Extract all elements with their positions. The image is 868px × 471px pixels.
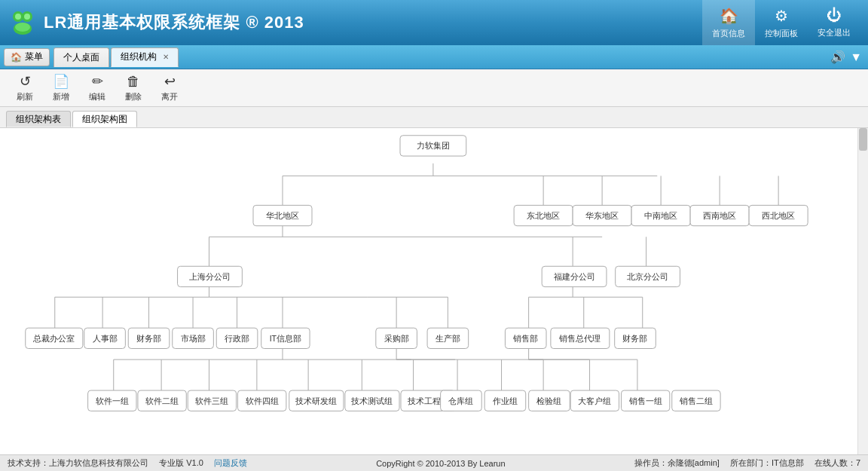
node-jishu-cs[interactable]: 技术测试组 bbox=[345, 390, 399, 411]
menu-button[interactable]: 🏠 菜单 bbox=[4, 48, 50, 66]
tab-personal-label: 个人桌面 bbox=[63, 51, 99, 64]
app-logo: LR通用基本权限系统框架 ® 2013 bbox=[8, 8, 304, 38]
delete-button[interactable]: 🗑 删除 bbox=[116, 72, 151, 105]
subtab-table[interactable]: 组织架构表 bbox=[6, 111, 71, 127]
svg-text:总裁办公室: 总裁办公室 bbox=[32, 334, 75, 343]
menu-label: 菜单 bbox=[25, 50, 43, 63]
node-zhongnan[interactable]: 中南地区 bbox=[631, 205, 690, 225]
node-shengchan[interactable]: 生产部 bbox=[427, 328, 469, 348]
node-caiwu1[interactable]: 财务部 bbox=[128, 328, 170, 348]
svg-text:西南地区: 西南地区 bbox=[703, 211, 736, 220]
main-content: 力软集团 华北地区 东北地区 华东地区 中南地区 西南地区 bbox=[0, 128, 868, 454]
node-renshi[interactable]: 人事部 bbox=[84, 328, 126, 348]
add-icon: 📄 bbox=[53, 73, 69, 90]
app-title: LR通用基本权限系统框架 ® 2013 bbox=[44, 11, 304, 34]
subtab-chart[interactable]: 组织架构图 bbox=[72, 111, 137, 127]
node-shichang[interactable]: 市场部 bbox=[173, 328, 214, 348]
gear-icon: ⚙ bbox=[775, 7, 788, 25]
svg-text:财务部: 财务部 bbox=[623, 334, 648, 343]
svg-text:技术测试组: 技术测试组 bbox=[350, 396, 393, 405]
node-xs1[interactable]: 销售一组 bbox=[621, 390, 669, 411]
svg-text:软件三组: 软件三组 bbox=[195, 396, 228, 405]
edit-button[interactable]: ✏ 编辑 bbox=[80, 72, 115, 105]
node-xiaoshou[interactable]: 销售部 bbox=[505, 328, 546, 348]
node-shanghai[interactable]: 上海分公司 bbox=[178, 266, 243, 286]
node-xingzheng[interactable]: 行政部 bbox=[216, 328, 258, 348]
refresh-icon: ↺ bbox=[20, 73, 31, 90]
header-nav: 🏠 首页信息 ⚙ 控制面板 ⏻ 安全退出 bbox=[702, 0, 860, 45]
delete-label: 删除 bbox=[125, 91, 142, 102]
node-caigou[interactable]: 采购部 bbox=[376, 328, 417, 348]
svg-text:销售部: 销售部 bbox=[512, 334, 538, 343]
node-xs2[interactable]: 销售二组 bbox=[672, 390, 720, 411]
nav-home[interactable]: 🏠 首页信息 bbox=[702, 0, 755, 45]
statusbar: 技术支持：上海力软信息科技有限公司 专业版 V1.0 问题反馈 CopyRigh… bbox=[0, 454, 868, 471]
expand-icon[interactable]: ▼ bbox=[850, 50, 862, 64]
node-rj4[interactable]: 软件四组 bbox=[238, 390, 286, 411]
svg-text:上海分公司: 上海分公司 bbox=[189, 272, 231, 281]
node-it[interactable]: IT信息部 bbox=[261, 328, 310, 348]
nav-logout-label: 安全退出 bbox=[818, 27, 851, 38]
node-zongban[interactable]: 总裁办公室 bbox=[26, 328, 83, 348]
nav-home-label: 首页信息 bbox=[712, 28, 745, 39]
online-count: 在线人数：7 bbox=[815, 457, 860, 469]
tab-org[interactable]: 组织机构 ✕ bbox=[111, 47, 179, 67]
svg-text:软件四组: 软件四组 bbox=[246, 396, 279, 405]
node-huadong[interactable]: 华东地区 bbox=[573, 205, 631, 225]
svg-text:华东地区: 华东地区 bbox=[585, 211, 619, 220]
node-root[interactable]: 力软集团 bbox=[400, 136, 466, 156]
feedback[interactable]: 问题反馈 bbox=[214, 457, 247, 469]
node-jianyan[interactable]: 检验组 bbox=[529, 390, 570, 411]
svg-text:技术研发组: 技术研发组 bbox=[295, 396, 337, 405]
logo-icon bbox=[8, 8, 38, 38]
nav-logout[interactable]: ⏻ 安全退出 bbox=[808, 0, 860, 45]
node-xiaoshou-dl[interactable]: 销售总代理 bbox=[551, 328, 610, 348]
leave-button[interactable]: ↩ 离开 bbox=[152, 72, 187, 105]
svg-text:销售总代理: 销售总代理 bbox=[558, 334, 601, 343]
svg-point-2 bbox=[15, 14, 21, 20]
dept: 所在部门：IT信息部 bbox=[730, 457, 804, 469]
node-dake[interactable]: 大客户组 bbox=[570, 390, 619, 411]
node-dongbei[interactable]: 东北地区 bbox=[514, 205, 573, 225]
node-xinan[interactable]: 西南地区 bbox=[690, 205, 749, 225]
subtab-table-label: 组织架构表 bbox=[16, 113, 61, 126]
home-small-icon: 🏠 bbox=[11, 52, 22, 63]
node-fujian[interactable]: 福建分公司 bbox=[542, 266, 607, 286]
tabbar: 🏠 菜单 个人桌面 组织机构 ✕ 🔊 ▼ bbox=[0, 45, 868, 69]
node-zuoye[interactable]: 作业组 bbox=[484, 390, 526, 411]
tab-personal-desktop[interactable]: 个人桌面 bbox=[53, 47, 109, 67]
add-label: 新增 bbox=[53, 91, 69, 102]
toolbar: ↺ 刷新 📄 新增 ✏ 编辑 🗑 删除 ↩ 离开 bbox=[0, 69, 868, 107]
node-beijing[interactable]: 北京分公司 bbox=[616, 266, 680, 286]
nav-control[interactable]: ⚙ 控制面板 bbox=[755, 0, 808, 45]
refresh-label: 刷新 bbox=[17, 91, 33, 102]
version: 专业版 V1.0 bbox=[159, 457, 203, 469]
svg-text:销售一组: 销售一组 bbox=[628, 396, 662, 405]
svg-text:市场部: 市场部 bbox=[181, 334, 206, 343]
node-rj2[interactable]: 软件二组 bbox=[138, 390, 186, 411]
node-cangku[interactable]: 仓库组 bbox=[441, 390, 482, 411]
add-button[interactable]: 📄 新增 bbox=[44, 72, 78, 105]
svg-text:财务部: 财务部 bbox=[136, 334, 161, 343]
node-caiwu2[interactable]: 财务部 bbox=[615, 328, 656, 348]
node-jishu-yf[interactable]: 技术研发组 bbox=[289, 390, 344, 411]
refresh-button[interactable]: ↺ 刷新 bbox=[8, 72, 42, 105]
node-xibei[interactable]: 西北地区 bbox=[749, 205, 808, 225]
subtabbar: 组织架构表 组织架构图 bbox=[0, 107, 868, 128]
org-chart: 力软集团 华北地区 东北地区 华东地区 中南地区 西南地区 bbox=[0, 128, 859, 422]
node-rj3[interactable]: 软件三组 bbox=[188, 390, 236, 411]
svg-text:软件二组: 软件二组 bbox=[145, 396, 179, 405]
svg-text:西北地区: 西北地区 bbox=[762, 211, 795, 220]
copyright: CopyRight © 2010-2013 By Learun bbox=[247, 459, 634, 468]
tab-close-icon[interactable]: ✕ bbox=[163, 53, 169, 61]
sound-icon[interactable]: 🔊 bbox=[830, 50, 845, 64]
node-rj1[interactable]: 软件一组 bbox=[88, 390, 136, 411]
node-huabei[interactable]: 华北地区 bbox=[253, 205, 312, 225]
vertical-scrollbar[interactable] bbox=[857, 128, 868, 454]
edit-label: 编辑 bbox=[89, 91, 105, 102]
org-chart-container[interactable]: 力软集团 华北地区 东北地区 华东地区 中南地区 西南地区 bbox=[0, 128, 868, 454]
svg-text:行政部: 行政部 bbox=[225, 334, 249, 343]
power-icon: ⏻ bbox=[827, 7, 842, 24]
svg-point-5 bbox=[15, 23, 30, 32]
svg-text:仓库组: 仓库组 bbox=[448, 396, 473, 405]
